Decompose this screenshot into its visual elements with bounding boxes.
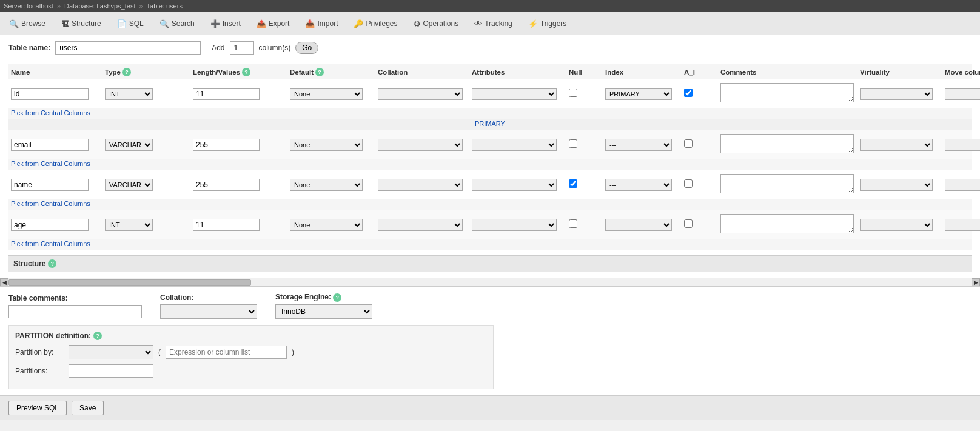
col-default-cell-age: None As defined: NULL (290, 219, 378, 231)
structure-help-icon[interactable]: ? (48, 259, 56, 268)
col-default-select-age[interactable]: None As defined: NULL (290, 219, 363, 231)
tab-browse[interactable]: 🔍 Browse (1, 12, 53, 35)
collation-select[interactable] (160, 304, 257, 319)
col-null-checkbox-age[interactable] (569, 219, 577, 228)
col-virtuality-select-email[interactable] (860, 139, 933, 151)
col-move-select-email[interactable] (945, 139, 980, 151)
col-virtuality-select-id[interactable] (860, 88, 933, 100)
col-attributes-select-name[interactable] (472, 179, 557, 191)
col-ai-checkbox-age[interactable] (684, 219, 693, 228)
structure-section: Structure ? (8, 255, 972, 272)
col-ai-checkbox-email[interactable] (684, 139, 693, 148)
table-name-input[interactable] (55, 41, 201, 55)
tab-privileges[interactable]: 🔑 Privileges (346, 12, 405, 35)
col-length-input-email[interactable] (193, 139, 260, 151)
go-button[interactable]: Go (295, 42, 318, 54)
partition-by-select[interactable]: HASH KEY RANGE LIST (69, 345, 153, 359)
save-button[interactable]: Save (72, 401, 104, 415)
col-move-select-name[interactable] (945, 179, 980, 191)
table-comments-input[interactable] (8, 305, 142, 318)
col-length-input-age[interactable] (193, 219, 260, 231)
col-ai-checkbox-name[interactable] (684, 179, 693, 188)
preview-sql-button[interactable]: Preview SQL (8, 401, 67, 415)
tracking-icon: 👁 (474, 19, 482, 28)
col-collation-cell-email (378, 139, 472, 151)
tab-import[interactable]: 📥 Import (297, 12, 346, 35)
col-default-select-name[interactable]: None As defined: NULL (290, 179, 363, 191)
partition-title: PARTITION definition: ? (15, 332, 487, 340)
col-name-input-id[interactable] (11, 88, 89, 100)
insert-icon: ➕ (210, 19, 220, 28)
col-type-select-age[interactable]: INT VARCHAR TEXT (105, 219, 153, 231)
col-collation-select-name[interactable] (378, 179, 463, 191)
main-content: Table name: Add column(s) Go Name Type ?… (0, 35, 980, 278)
pick-central-id[interactable]: Pick from Central Columns (8, 108, 972, 119)
col-name-input-email[interactable] (11, 139, 89, 151)
col-length-input-id[interactable] (193, 88, 260, 100)
col-collation-select-age[interactable] (378, 219, 463, 231)
col-ai-checkbox-id[interactable] (684, 89, 693, 97)
tab-export[interactable]: 📤 Export (249, 12, 298, 35)
primary-label-id: PRIMARY (11, 120, 969, 129)
col-null-cell-id (569, 89, 605, 99)
col-collation-cell-name (378, 179, 472, 191)
pick-central-email[interactable]: Pick from Central Columns (8, 159, 972, 170)
footer-buttons: Preview SQL Save (0, 395, 980, 420)
tab-insert[interactable]: ➕ Insert (203, 12, 249, 35)
tab-structure[interactable]: 🏗 Structure (53, 12, 109, 35)
tab-tracking[interactable]: 👁 Tracking (466, 12, 520, 35)
tab-operations[interactable]: ⚙ Operations (406, 12, 467, 35)
col-name-input-name[interactable] (11, 179, 89, 191)
col-default-select-email[interactable]: None As defined: NULL (290, 139, 363, 151)
pick-central-name[interactable]: Pick from Central Columns (8, 199, 972, 210)
storage-engine-select[interactable]: InnoDB MyISAM MEMORY CSV ARCHIVE (275, 304, 372, 319)
col-default-select-id[interactable]: None As defined: NULL CURRENT_TIMESTAMP (290, 88, 363, 100)
col-length-input-name[interactable] (193, 179, 260, 191)
col-comments-textarea-age[interactable] (720, 214, 854, 233)
scroll-left-arrow[interactable]: ◀ (0, 278, 8, 287)
col-attributes-select-age[interactable] (472, 219, 557, 231)
col-collation-select-id[interactable] (378, 88, 463, 100)
col-attributes-select-id[interactable] (472, 88, 557, 100)
col-type-select-name[interactable]: INT VARCHAR TEXT (105, 179, 153, 191)
col-null-checkbox-id[interactable] (569, 89, 577, 97)
storage-engine-label: Storage Engine: ? (275, 293, 372, 302)
horizontal-scrollbar[interactable]: ◀ ▶ (0, 278, 980, 287)
storage-engine-help-icon[interactable]: ? (333, 293, 341, 302)
col-comments-textarea-email[interactable] (720, 134, 854, 153)
default-help-icon[interactable]: ? (315, 68, 324, 76)
partition-help-icon[interactable]: ? (93, 332, 102, 340)
database-link[interactable]: Database: flashvps_test (64, 2, 135, 10)
pick-central-age[interactable]: Pick from Central Columns (8, 239, 972, 250)
col-name-input-age[interactable] (11, 219, 89, 231)
col-comments-textarea-name[interactable] (720, 174, 854, 193)
col-index-select-name[interactable]: --- PRIMARY UNIQUE INDEX (605, 179, 672, 191)
col-null-checkbox-name[interactable] (569, 179, 577, 188)
col-attributes-select-email[interactable] (472, 139, 557, 151)
search-icon: 🔍 (159, 19, 169, 28)
col-type-select-email[interactable]: INT VARCHAR TEXT (105, 139, 153, 151)
tab-triggers[interactable]: ⚡ Triggers (520, 12, 575, 35)
table-link[interactable]: Table: users (147, 2, 183, 10)
tab-search[interactable]: 🔍 Search (152, 12, 203, 35)
col-move-select-age[interactable] (945, 219, 980, 231)
col-virtuality-select-name[interactable] (860, 179, 933, 191)
col-move-select-id[interactable] (945, 88, 980, 100)
type-help-icon[interactable]: ? (122, 68, 131, 76)
col-index-select-email[interactable]: --- PRIMARY UNIQUE INDEX (605, 139, 672, 151)
col-index-select-id[interactable]: PRIMARY UNIQUE INDEX FULLTEXT --- (605, 88, 672, 100)
tab-sql[interactable]: 📄 SQL (109, 12, 152, 35)
partitions-input[interactable] (69, 364, 153, 378)
col-collation-select-email[interactable] (378, 139, 463, 151)
col-index-select-age[interactable]: --- PRIMARY UNIQUE INDEX (605, 219, 672, 231)
col-virtuality-select-age[interactable] (860, 219, 933, 231)
col-comments-textarea-id[interactable] (720, 83, 854, 102)
scroll-right-arrow[interactable]: ▶ (972, 278, 980, 287)
server-link[interactable]: Server: localhost (4, 2, 53, 10)
partition-expr-input[interactable] (166, 346, 287, 359)
add-columns-input[interactable] (230, 41, 254, 55)
scroll-thumb[interactable] (8, 279, 251, 286)
length-help-icon[interactable]: ? (242, 68, 250, 76)
col-type-select-id[interactable]: INT VARCHAR TEXT BIGINT (105, 88, 153, 100)
col-null-checkbox-email[interactable] (569, 139, 577, 148)
